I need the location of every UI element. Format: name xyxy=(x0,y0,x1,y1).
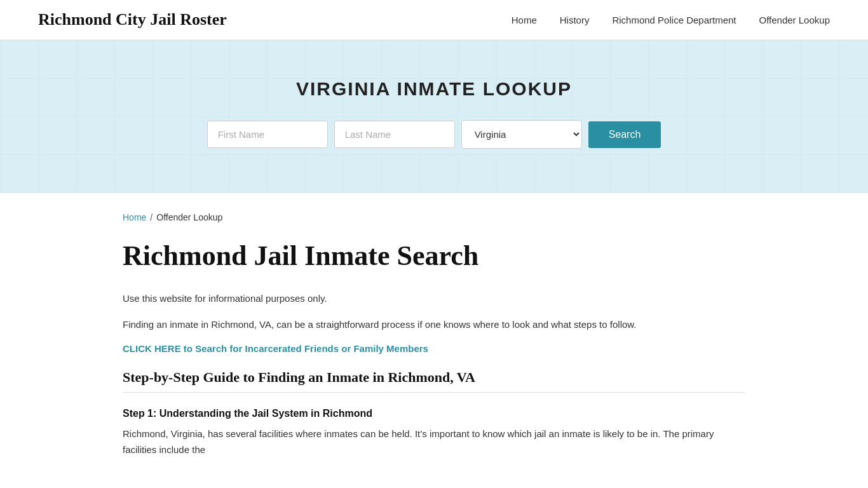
nav-history[interactable]: History xyxy=(560,15,590,25)
breadcrumb-current: Offender Lookup xyxy=(156,212,222,222)
intro-text-2: Finding an inmate in Richmond, VA, can b… xyxy=(123,316,745,333)
step1-text: Richmond, Virginia, has several faciliti… xyxy=(123,426,745,458)
section-heading: Step-by-Step Guide to Finding an Inmate … xyxy=(123,369,745,393)
site-header: Richmond City Jail Roster Home History R… xyxy=(0,0,868,40)
state-select[interactable]: VirginiaAlabamaAlaskaArizonaArkansasCali… xyxy=(461,120,582,149)
hero-section: VIRGINIA INMATE LOOKUP VirginiaAlabamaAl… xyxy=(0,40,868,193)
nav-police-dept[interactable]: Richmond Police Department xyxy=(612,15,736,25)
intro-text-1: Use this website for informational purpo… xyxy=(123,290,745,307)
nav-offender-lookup[interactable]: Offender Lookup xyxy=(759,15,830,25)
first-name-input[interactable] xyxy=(207,121,328,148)
page-title: Richmond Jail Inmate Search xyxy=(123,240,745,273)
step1-heading: Step 1: Understanding the Jail System in… xyxy=(123,408,745,419)
search-form: VirginiaAlabamaAlaskaArizonaArkansasCali… xyxy=(13,120,855,149)
nav-home[interactable]: Home xyxy=(512,15,537,25)
hero-title: VIRGINIA INMATE LOOKUP xyxy=(13,78,855,100)
breadcrumb-separator: / xyxy=(150,212,153,222)
site-title: Richmond City Jail Roster xyxy=(38,10,227,29)
breadcrumb-home[interactable]: Home xyxy=(123,212,146,222)
cta-link[interactable]: CLICK HERE to Search for Incarcerated Fr… xyxy=(123,343,745,354)
main-nav: Home History Richmond Police Department … xyxy=(512,15,830,25)
main-content: Home / Offender Lookup Richmond Jail Inm… xyxy=(85,193,783,488)
search-button[interactable]: Search xyxy=(588,121,661,148)
last-name-input[interactable] xyxy=(334,121,455,148)
breadcrumb: Home / Offender Lookup xyxy=(123,212,745,222)
